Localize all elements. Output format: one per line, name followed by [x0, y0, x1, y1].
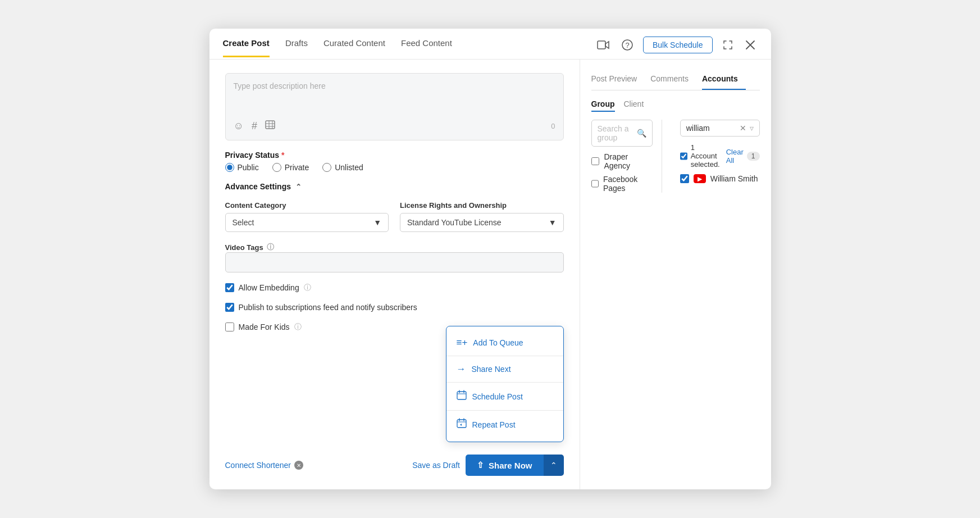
connect-shortener-link[interactable]: Connect Shortener ✕	[225, 461, 304, 470]
video-tags-label: Video Tags ⓘ	[225, 242, 564, 252]
group-list: Draper Agency Facebook Pages	[591, 152, 653, 193]
video-tags-input[interactable]	[225, 252, 564, 272]
tab-accounts[interactable]: Accounts	[702, 70, 746, 90]
add-to-queue-label: Add To Queue	[473, 338, 523, 347]
right-panel: Post Preview Comments Accounts Group Cli…	[580, 60, 771, 489]
account-search-clear-icon[interactable]: ✕	[740, 124, 746, 133]
allow-embedding-label: Allow Embedding	[239, 283, 299, 292]
select-all-accounts-checkbox[interactable]	[680, 152, 687, 161]
radio-unlisted[interactable]: Unlisted	[322, 163, 363, 172]
share-next-item[interactable]: → Share Next	[446, 356, 563, 383]
privacy-radio-group: Public Private Unlisted	[225, 163, 564, 172]
svg-rect-3	[266, 121, 275, 129]
search-group-row: Search a group 🔍	[591, 120, 653, 147]
license-label: License Rights and Ownership	[400, 201, 564, 210]
expand-icon	[723, 40, 733, 50]
svg-rect-8	[457, 392, 466, 399]
video-icon-button[interactable]	[595, 38, 612, 52]
license-group: License Rights and Ownership Standard Yo…	[400, 201, 564, 232]
accounts-row: Search a group 🔍 Draper Agency	[591, 120, 760, 193]
svg-text:?: ?	[625, 41, 629, 49]
table-icon[interactable]	[265, 120, 275, 132]
hashtag-icon[interactable]: #	[252, 120, 257, 132]
selected-count-label: 1 Account selected.	[691, 143, 722, 169]
close-icon	[745, 40, 755, 50]
made-for-kids-label: Made For Kids	[239, 322, 290, 331]
youtube-icon: ▶	[694, 174, 706, 183]
share-now-button[interactable]: ⇧ Share Now	[466, 455, 544, 476]
connect-shortener-close-icon[interactable]: ✕	[294, 461, 303, 470]
nav-tabs: Create Post Drafts Curated Content Feed …	[223, 38, 452, 57]
close-icon-button[interactable]	[743, 38, 758, 52]
chevron-up-icon: ⌃	[295, 183, 302, 191]
group-draper-agency-label: Draper Agency	[604, 152, 652, 170]
create-post-modal: Create Post Drafts Curated Content Feed …	[209, 29, 771, 489]
group-facebook-pages[interactable]: Facebook Pages	[591, 175, 653, 193]
svg-rect-0	[598, 41, 605, 49]
publish-subscriptions-label: Publish to subscriptions feed and notify…	[239, 303, 417, 312]
expand-icon-button[interactable]	[721, 38, 735, 52]
repeat-post-item[interactable]: Repeat Post	[446, 411, 563, 438]
footer-right: Save as Draft ⇧ Share Now ⌃	[412, 455, 563, 476]
license-dropdown[interactable]: Standard YouTube License ▼	[400, 213, 564, 232]
privacy-status-label: Privacy Status*	[225, 151, 564, 160]
advance-settings-header[interactable]: Advance Settings ⌃	[225, 182, 564, 191]
add-to-queue-item[interactable]: ≡+ Add To Queue	[446, 330, 563, 356]
radio-public[interactable]: Public	[225, 163, 259, 172]
tab-post-preview[interactable]: Post Preview	[591, 70, 645, 90]
post-description-placeholder[interactable]: Type post description here	[234, 81, 555, 90]
post-description-toolbar: ☺ # 0	[234, 120, 555, 132]
schedule-post-item[interactable]: Schedule Post	[446, 383, 563, 411]
account-william-smith: ▶ William Smith	[680, 174, 760, 183]
schedule-post-label: Schedule Post	[472, 392, 523, 401]
emoji-icon[interactable]: ☺	[234, 120, 244, 132]
help-icon-button[interactable]: ?	[619, 37, 635, 53]
header-actions: ? Bulk Schedule	[595, 37, 758, 59]
share-now-group: ⇧ Share Now ⌃	[466, 455, 564, 476]
tab-comments[interactable]: Comments	[650, 70, 696, 90]
char-count: 0	[551, 122, 555, 130]
advance-settings-label: Advance Settings	[225, 182, 291, 191]
tab-group[interactable]: Group	[591, 99, 615, 112]
share-now-caret-button[interactable]: ⌃	[544, 455, 564, 476]
radio-private[interactable]: Private	[272, 163, 309, 172]
schedule-post-icon	[457, 390, 467, 403]
dropdown-chevron-icon: ▼	[373, 218, 381, 227]
filter-icon[interactable]: ▿	[750, 124, 754, 133]
license-chevron-icon: ▼	[549, 218, 557, 227]
account-william-checkbox[interactable]	[680, 174, 689, 183]
privacy-status-section: Privacy Status* Public Private Unlisted	[225, 151, 564, 172]
share-icon: ⇧	[477, 460, 484, 470]
search-group-placeholder: Search a group	[598, 124, 637, 142]
account-search-value: william	[686, 124, 736, 133]
share-now-label: Share Now	[489, 461, 532, 470]
publish-subscriptions-checkbox[interactable]: Publish to subscriptions feed and notify…	[225, 303, 564, 312]
allow-embedding-info-icon[interactable]: ⓘ	[304, 283, 311, 293]
save-draft-button[interactable]: Save as Draft	[412, 461, 460, 470]
modal-body: Type post description here ☺ # 0	[209, 60, 771, 489]
bulk-schedule-button[interactable]: Bulk Schedule	[643, 37, 713, 53]
account-count-badge: 1	[747, 152, 760, 161]
left-panel: Type post description here ☺ # 0	[209, 60, 580, 489]
group-draper-agency[interactable]: Draper Agency	[591, 152, 653, 170]
tab-curated-content[interactable]: Curated Content	[323, 38, 385, 57]
made-for-kids-info-icon[interactable]: ⓘ	[294, 322, 302, 332]
connect-shortener-label: Connect Shortener	[225, 461, 291, 470]
allow-embedding-checkbox[interactable]: Allow Embedding ⓘ	[225, 283, 564, 293]
tab-create-post[interactable]: Create Post	[223, 38, 270, 57]
content-category-dropdown[interactable]: Select ▼	[225, 213, 389, 232]
help-icon: ?	[622, 39, 633, 51]
clear-all-link[interactable]: Clear All	[726, 148, 744, 165]
video-tags-info-icon[interactable]: ⓘ	[267, 242, 274, 252]
tab-client[interactable]: Client	[624, 99, 644, 112]
vertical-divider	[662, 120, 662, 193]
modal-header: Create Post Drafts Curated Content Feed …	[209, 29, 771, 60]
right-tabs: Post Preview Comments Accounts	[591, 70, 760, 90]
accounts-header: 1 Account selected. Clear All 1	[680, 143, 760, 169]
video-icon	[597, 40, 609, 49]
tab-feed-content[interactable]: Feed Content	[401, 38, 452, 57]
tab-drafts[interactable]: Drafts	[285, 38, 308, 57]
search-group-input[interactable]: Search a group 🔍	[591, 120, 653, 147]
share-next-icon: →	[457, 363, 466, 375]
add-to-queue-icon: ≡+	[457, 337, 468, 348]
